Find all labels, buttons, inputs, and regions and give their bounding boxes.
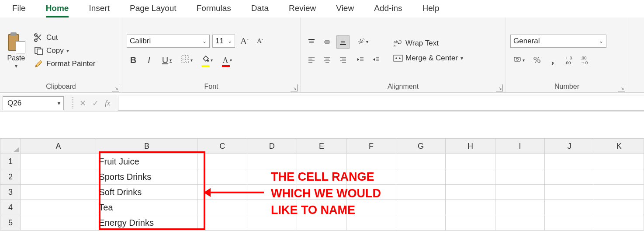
fill-color-button[interactable]: ▾ [198,54,216,67]
cell[interactable] [594,169,644,185]
column-header[interactable]: I [495,139,544,154]
tab-review[interactable]: Review [289,0,316,16]
cell[interactable] [21,169,96,185]
tab-home[interactable]: Home [46,0,69,18]
cell[interactable]: Fruit Juice [96,154,197,169]
cell[interactable] [495,169,544,185]
cell[interactable] [495,215,544,231]
tab-insert[interactable]: Insert [89,0,110,16]
cell[interactable] [545,200,594,215]
column-header[interactable]: C [197,139,247,154]
column-header[interactable]: J [545,139,594,154]
comma-style-button[interactable]: , [546,54,559,67]
tab-page-layout[interactable]: Page Layout [130,0,177,16]
cell[interactable] [396,200,446,215]
row-header[interactable]: 5 [0,215,21,231]
wrap-text-button[interactable]: abc Wrap Text [391,38,465,49]
cell[interactable] [495,154,544,169]
column-header[interactable]: H [446,139,495,154]
cell[interactable] [396,215,446,231]
column-header[interactable]: F [346,139,396,154]
tab-formulas[interactable]: Formulas [197,0,231,16]
cell[interactable] [446,169,495,185]
formula-bar[interactable] [118,96,644,111]
cell[interactable] [197,215,247,231]
cell[interactable] [446,215,495,231]
fx-icon[interactable]: fx [105,99,110,108]
align-right-button[interactable] [336,53,350,66]
cell[interactable] [594,154,644,169]
enter-formula-icon[interactable]: ✓ [92,98,99,108]
decrease-font-button[interactable]: Aˇ [253,35,267,48]
align-bottom-button[interactable] [336,35,350,49]
align-center-button[interactable] [321,53,334,66]
cell[interactable] [247,154,297,169]
column-header[interactable]: K [594,139,644,154]
bold-button[interactable]: B [127,54,140,67]
cell[interactable] [396,169,446,185]
number-format-combo[interactable]: General ⌄ [510,35,606,48]
orientation-button[interactable]: ab ▾ [354,35,371,49]
cell[interactable] [297,154,346,169]
column-header[interactable]: G [396,139,446,154]
cell[interactable] [545,154,594,169]
italic-button[interactable]: I [142,54,156,67]
tab-help[interactable]: Help [422,0,440,16]
cell[interactable] [21,215,96,231]
align-top-button[interactable] [305,35,318,49]
increase-decimal-button[interactable]: ←0.00 [562,54,575,67]
column-header[interactable]: B [96,139,197,154]
merge-center-button[interactable]: Merge & Center ▾ [391,53,465,63]
tab-addins[interactable]: Add-ins [374,0,402,16]
cell[interactable]: Energy Drinks [96,215,197,231]
cell[interactable]: Tea [96,200,197,215]
dialog-launcher-icon[interactable] [112,84,119,91]
tab-view[interactable]: View [336,0,354,16]
cell[interactable] [594,185,644,200]
cell[interactable] [21,200,96,215]
dialog-launcher-icon[interactable] [291,84,298,91]
increase-font-button[interactable]: Aˆ [238,35,251,48]
font-size-combo[interactable]: 11 ⌄ [212,35,235,48]
column-header[interactable]: A [21,139,96,154]
row-header[interactable]: 3 [0,185,21,200]
cell[interactable] [346,154,396,169]
select-all-corner[interactable] [0,139,21,154]
cell[interactable]: Sports Drinks [96,169,197,185]
cell[interactable] [545,185,594,200]
cell[interactable] [396,154,446,169]
cell[interactable] [594,200,644,215]
dialog-launcher-icon[interactable] [618,84,625,91]
cell[interactable] [495,185,544,200]
decrease-indent-button[interactable] [354,53,367,66]
cell[interactable] [396,185,446,200]
cell[interactable] [495,200,544,215]
row-header[interactable]: 1 [0,154,21,169]
cell[interactable] [446,200,495,215]
cell[interactable]: Soft Drinks [96,185,197,200]
cell[interactable] [21,185,96,200]
underline-button[interactable]: U▾ [158,54,176,67]
cell[interactable] [446,185,495,200]
font-name-combo[interactable]: Calibri ⌄ [127,35,210,48]
dialog-launcher-icon[interactable] [496,84,503,91]
cancel-formula-icon[interactable]: ✕ [80,98,86,108]
cell[interactable] [197,154,247,169]
paste-button[interactable]: Paste ▾ [4,31,28,71]
align-left-button[interactable] [305,53,318,66]
column-header[interactable]: E [297,139,346,154]
cut-button[interactable]: Cut [32,32,97,43]
column-header[interactable]: D [247,139,297,154]
decrease-decimal-button[interactable]: .00→0 [578,54,591,67]
tab-file[interactable]: File [12,0,26,16]
align-middle-button[interactable] [321,35,334,49]
font-color-button[interactable]: A ▾ [218,54,236,67]
cell[interactable] [545,215,594,231]
row-header[interactable]: 2 [0,169,21,185]
increase-indent-button[interactable] [370,53,383,66]
cell[interactable] [545,169,594,185]
cell[interactable] [197,169,247,185]
percent-button[interactable]: % [530,54,544,67]
cell[interactable] [21,154,96,169]
cell[interactable] [197,200,247,215]
